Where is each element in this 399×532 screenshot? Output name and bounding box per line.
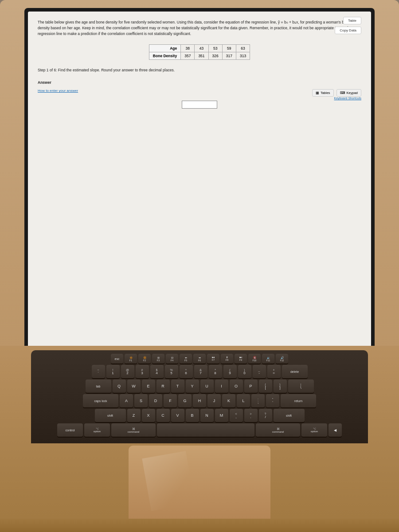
key-slash[interactable]: ?/ <box>259 409 272 422</box>
key-f9[interactable]: ⏭F9 <box>235 354 247 364</box>
key-close-brace[interactable]: }] <box>274 379 287 393</box>
key-x[interactable]: X <box>142 409 155 422</box>
key-n[interactable]: N <box>200 409 214 422</box>
key-esc[interactable]: esc <box>111 354 123 364</box>
key-d[interactable]: D <box>149 394 162 407</box>
key-s[interactable]: S <box>134 394 148 407</box>
modifier-key-row: control ⌥option ⌘command ⌘command ⌥optio… <box>35 423 364 437</box>
how-to-enter-link[interactable]: How to enter your answer <box>38 89 78 93</box>
key-option-left[interactable]: ⌥option <box>84 423 110 437</box>
key-f10[interactable]: 🔇F10 <box>248 354 261 364</box>
key-7[interactable]: &7 <box>194 365 207 378</box>
top-right-buttons: Table Copy Data <box>335 17 361 34</box>
key-e[interactable]: E <box>142 379 155 393</box>
key-quote[interactable]: "' <box>266 394 279 407</box>
key-open-brace[interactable]: {[ <box>259 379 272 393</box>
key-r[interactable]: R <box>156 379 170 393</box>
key-p[interactable]: P <box>244 379 258 393</box>
key-3[interactable]: #3 <box>136 365 149 378</box>
key-f8[interactable]: ⏸F8 <box>221 354 233 364</box>
bd-357: 357 <box>181 52 195 60</box>
key-1[interactable]: !1 <box>106 365 120 378</box>
key-o[interactable]: O <box>230 379 243 393</box>
key-g[interactable]: G <box>178 394 192 407</box>
key-f4[interactable]: ⊟F4 <box>166 354 178 364</box>
key-semicolon[interactable]: :; <box>251 394 265 407</box>
key-f2[interactable]: 🔆F2 <box>138 354 151 364</box>
keyboard: esc 🔅F1 🔆F2 ⊞F3 ⊟F4 ⬅F5 ➡F6 ⏮F7 ⏸F8 ⏭F9 … <box>31 350 368 443</box>
key-5[interactable]: %5 <box>165 365 178 378</box>
key-y[interactable]: Y <box>186 379 199 393</box>
key-command-left[interactable]: ⌘command <box>111 423 156 437</box>
key-m[interactable]: M <box>215 409 228 422</box>
key-backslash[interactable]: |\ <box>288 379 314 393</box>
key-t[interactable]: T <box>171 379 184 393</box>
key-minus[interactable]: _- <box>253 365 266 378</box>
key-f3[interactable]: ⊞F3 <box>152 354 164 364</box>
key-4[interactable]: $4 <box>150 365 164 378</box>
bd-313: 313 <box>236 52 250 60</box>
key-command-right[interactable]: ⌘command <box>256 423 300 437</box>
key-0[interactable]: )0 <box>238 365 251 378</box>
key-control[interactable]: control <box>57 423 83 437</box>
keyboard-shortcuts-link[interactable]: Keyboard Shortcuts <box>334 97 361 100</box>
key-w[interactable]: W <box>127 379 141 393</box>
content-wrapper: The table below gives the age and bone d… <box>28 12 371 400</box>
key-arrow-left[interactable]: ◀ <box>329 423 342 437</box>
key-a[interactable]: A <box>120 394 133 407</box>
key-backtick[interactable]: ~` <box>92 365 105 378</box>
key-v[interactable]: V <box>171 409 184 422</box>
key-shift-right[interactable]: shift <box>274 409 305 422</box>
key-2[interactable]: @2 <box>121 365 134 378</box>
key-period[interactable]: >. <box>244 409 258 422</box>
bd-326: 326 <box>208 52 222 60</box>
key-j[interactable]: J <box>207 394 221 407</box>
age-43: 43 <box>195 45 208 52</box>
answer-label-text: Answer <box>38 80 51 85</box>
key-option-right[interactable]: ⌥option <box>301 423 327 437</box>
key-8[interactable]: *8 <box>209 365 222 378</box>
key-z[interactable]: Z <box>127 409 141 422</box>
copy-data-button[interactable]: Copy Data <box>335 27 361 34</box>
key-b[interactable]: B <box>186 409 199 422</box>
key-h[interactable]: H <box>193 394 206 407</box>
key-comma[interactable]: <, <box>230 409 243 422</box>
key-6[interactable]: ^6 <box>180 365 193 378</box>
key-tab[interactable]: tab <box>86 379 111 393</box>
key-capslock[interactable]: caps lock <box>83 394 118 407</box>
key-f12[interactable]: 🔊F12 <box>276 354 288 364</box>
bottom-chassis <box>0 519 399 532</box>
step-text: Step 1 of 6: Find the estimated slope. R… <box>38 68 361 72</box>
key-space[interactable] <box>157 423 254 437</box>
key-f[interactable]: F <box>164 394 177 407</box>
keypad-button[interactable]: ⌨ Keypad <box>336 89 361 97</box>
key-k[interactable]: K <box>222 394 235 407</box>
key-u[interactable]: U <box>200 379 214 393</box>
key-l[interactable]: L <box>237 394 250 407</box>
key-i[interactable]: I <box>215 379 228 393</box>
key-9[interactable]: (9 <box>223 365 237 378</box>
qwerty-key-row: tab Q W E R T Y U I O P {[ }] |\ <box>35 379 364 393</box>
key-f1[interactable]: 🔅F1 <box>125 354 137 364</box>
age-38: 38 <box>181 45 195 52</box>
key-return[interactable]: return <box>281 394 316 407</box>
tables-button[interactable]: ▦ Tables <box>312 89 334 97</box>
age-59: 59 <box>222 45 236 52</box>
tables-icon: ▦ <box>316 91 319 95</box>
bd-317: 317 <box>222 52 236 60</box>
answer-label: Answer <box>38 78 361 86</box>
keypad-label: Keypad <box>347 91 358 95</box>
key-f6[interactable]: ➡F6 <box>193 354 206 364</box>
key-c[interactable]: C <box>156 409 170 422</box>
answer-input[interactable] <box>182 101 217 109</box>
key-equals[interactable]: += <box>267 365 281 378</box>
tables-label: Tables <box>321 91 330 95</box>
key-delete[interactable]: delete <box>282 365 308 378</box>
key-f5[interactable]: ⬅F5 <box>180 354 192 364</box>
table-button[interactable]: Table <box>343 17 361 24</box>
key-q[interactable]: Q <box>113 379 126 393</box>
fn-key-row: esc 🔅F1 🔆F2 ⊞F3 ⊟F4 ⬅F5 ➡F6 ⏮F7 ⏸F8 ⏭F9 … <box>35 354 364 364</box>
key-f11[interactable]: 🔉F11 <box>262 354 274 364</box>
key-f7[interactable]: ⏮F7 <box>207 354 219 364</box>
key-shift-left[interactable]: shift <box>95 409 126 422</box>
